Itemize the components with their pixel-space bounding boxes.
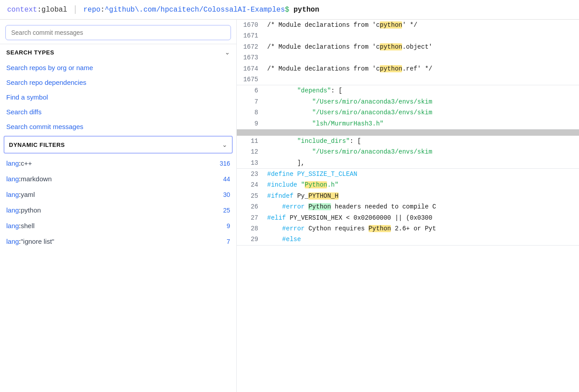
table-row: 13 ], [237,158,579,168]
line-code: /* Module declarations from 'cpython.ref… [264,63,579,74]
line-number: 8 [237,107,264,118]
table-row: 26 #error Python headers needed to compi… [237,201,579,212]
line-number: 24 [237,179,264,190]
search-type-commits[interactable]: Search commit messages [0,119,236,134]
line-number: 1671 [237,30,264,41]
filter-ignore-list-label: lang:"ignore list" [6,238,54,245]
line-code: #include "Python.h" [264,179,579,190]
line-code: ], [264,158,579,168]
line-code: /* Module declarations from 'cpython' */ [264,20,579,30]
filter-python-label: lang:python [6,206,41,214]
table-row: 7 "/Users/miro/anaconda3/envs/skim [237,96,579,107]
line-code: "/Users/miro/anaconda3/envs/skim [264,96,579,107]
search-type-dependencies[interactable]: Search repo dependencies [0,75,236,90]
line-number: 6 [237,85,264,96]
context-token: context:global [7,6,67,14]
filter-markdown[interactable]: lang:markdown 44 [0,171,236,187]
line-number: 12 [237,146,264,157]
search-input-wrapper [0,21,236,44]
search-types-chevron: ⌄ [225,49,230,56]
query-text: python [289,6,319,14]
line-code: #ifndef Py_PYTHON_H [264,191,579,201]
code-table-4: 23 #define PY_SSIZE_T_CLEAN 24 #include … [237,169,579,245]
filter-ignore-list-count: 7 [227,238,230,245]
line-number: 29 [237,234,264,245]
line-code: "include_dirs": [ [264,136,579,146]
search-type-diffs[interactable]: Search diffs [0,104,236,119]
line-number: 1672 [237,42,264,52]
repo-label: repo [83,6,100,14]
line-code: "depends": [ [264,85,579,96]
filter-cpp-label: lang:c++ [6,159,32,167]
table-row: 11 "include_dirs": [ [237,136,579,146]
filter-cpp-count: 316 [220,160,230,167]
line-number: 11 [237,136,264,146]
main-layout: SEARCH TYPES ⌄ Search repos by org or na… [0,20,579,392]
code-section-1: 1670 /* Module declarations from 'cpytho… [237,20,579,85]
line-number: 1673 [237,52,264,63]
dollar-sign: $ [285,6,290,14]
repo-token: repo:^github\.com/hpcaitech/ColossalAI-E… [83,6,319,14]
table-row: 8 "/Users/miro/anaconda3/envs/skim [237,107,579,118]
repo-value: ^github\.com/hpcaitech/ColossalAI-Exampl… [105,6,285,14]
scrollbar-track[interactable] [237,129,579,136]
horizontal-scrollbar[interactable] [237,129,579,136]
table-row: 23 #define PY_SSIZE_T_CLEAN [237,169,579,179]
dynamic-filters-header[interactable]: DYNAMIC FILTERS ⌄ [4,136,233,154]
table-row: 9 "lsh/MurmurHash3.h" [237,118,579,129]
dynamic-filters-title: DYNAMIC FILTERS [9,142,65,148]
line-code: #error Cython requires Python 2.6+ or Py… [264,223,579,234]
line-code: #error Python headers needed to compile … [264,201,579,212]
dynamic-filters-chevron: ⌄ [222,141,227,148]
filter-python-count: 25 [223,207,230,214]
line-number: 1674 [237,63,264,74]
line-code [264,74,579,85]
filter-ignore-list[interactable]: lang:"ignore list" 7 [0,234,236,249]
line-number: 26 [237,201,264,212]
filter-yaml-label: lang:yaml [6,191,35,198]
search-types-title: SEARCH TYPES [6,49,54,56]
table-row: 1671 [237,30,579,41]
top-search-bar: context:global | repo:^github\.com/hpcai… [0,0,579,20]
line-number: 13 [237,158,264,168]
filter-markdown-label: lang:markdown [6,175,52,183]
search-input[interactable] [5,25,231,40]
filter-yaml[interactable]: lang:yaml 30 [0,187,236,202]
filter-yaml-count: 30 [223,191,230,198]
line-code: /* Module declarations from 'cpython.obj… [264,42,579,52]
table-row: 6 "depends": [ [237,85,579,96]
line-number: 25 [237,191,264,201]
table-row: 28 #error Cython requires Python 2.6+ or… [237,223,579,234]
sidebar: SEARCH TYPES ⌄ Search repos by org or na… [0,20,237,392]
filter-python[interactable]: lang:python 25 [0,202,236,218]
table-row: 27 #elif PY_VERSION_HEX < 0x02060000 || … [237,213,579,223]
code-section-2: 6 "depends": [ 7 "/Users/miro/anaconda3/… [237,85,579,129]
line-number: 7 [237,96,264,107]
code-table-2: 6 "depends": [ 7 "/Users/miro/anaconda3/… [237,85,579,129]
line-code [264,52,579,63]
table-row: 1672 /* Module declarations from 'cpytho… [237,42,579,52]
filter-shell[interactable]: lang:shell 9 [0,218,236,234]
line-code: "/Users/miro/anaconda3/envs/skim [264,146,579,157]
table-row: 25 #ifndef Py_PYTHON_H [237,191,579,201]
line-number: 23 [237,169,264,179]
code-table-1: 1670 /* Module declarations from 'cpytho… [237,20,579,85]
line-code [264,30,579,41]
code-table-3: 11 "include_dirs": [ 12 "/Users/miro/ana… [237,136,579,168]
table-row: 12 "/Users/miro/anaconda3/envs/skim [237,146,579,157]
code-content-pane[interactable]: 1670 /* Module declarations from 'cpytho… [237,20,579,392]
filter-markdown-count: 44 [223,175,230,183]
search-type-repos[interactable]: Search repos by org or name [0,60,236,75]
code-section-4: 23 #define PY_SSIZE_T_CLEAN 24 #include … [237,169,579,246]
context-label: context [7,6,37,14]
search-types-header[interactable]: SEARCH TYPES ⌄ [0,44,236,60]
line-number: 27 [237,213,264,223]
table-row: 1673 [237,52,579,63]
search-type-symbol[interactable]: Find a symbol [0,90,236,104]
line-code: #else [264,234,579,245]
filter-cpp[interactable]: lang:c++ 316 [0,155,236,171]
table-row: 24 #include "Python.h" [237,179,579,190]
line-number: 1670 [237,20,264,30]
table-row: 1674 /* Module declarations from 'cpytho… [237,63,579,74]
line-code: "lsh/MurmurHash3.h" [264,118,579,129]
